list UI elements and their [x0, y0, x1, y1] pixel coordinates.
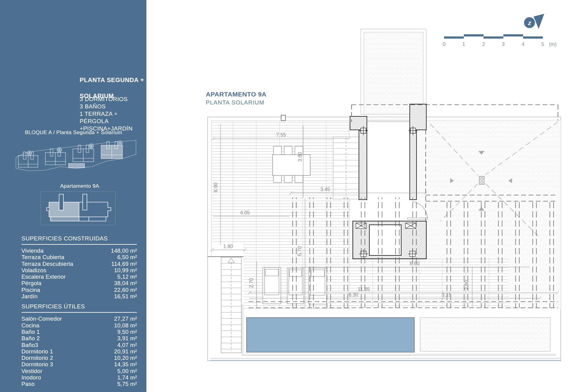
row-value: 38,04 m²: [114, 280, 137, 286]
row-value: 114,69 m²: [111, 261, 137, 267]
dim-1185: 11.85: [358, 286, 370, 292]
row-label: Vivienda: [21, 247, 43, 254]
sidebar: PLANTA SEGUNDA + SOLARIUM 3 DORMITORIOS …: [0, 0, 146, 392]
surfaces-useful-title: SUPERFICIES ÚTILES: [21, 303, 137, 313]
scale-unit: (m): [549, 41, 557, 47]
table-row: Pérgola38,04 m²: [21, 280, 137, 286]
apartment-keyplan: [40, 190, 116, 227]
row-value: 148,00 m²: [111, 247, 137, 254]
swimming-pool: [247, 318, 414, 352]
table-row: Vivienda148,00 m²: [21, 247, 137, 254]
scale-label-1: 1: [462, 41, 465, 47]
row-label: Paso: [21, 381, 35, 387]
roof-drain: [479, 176, 484, 184]
row-value: 10,20 m²: [114, 355, 137, 361]
dim-630: 6.30: [349, 292, 358, 297]
row-label: Dormitorio 1: [21, 348, 53, 355]
building-letter-c: C: [58, 148, 61, 151]
row-value: 16,51 m²: [114, 293, 137, 300]
north-compass-icon: z: [524, 14, 544, 29]
plan-title: APARTAMENTO 9A: [206, 91, 266, 98]
row-label: Jardín: [21, 293, 38, 300]
row-value: 27,27 m²: [114, 315, 137, 322]
upper-stair-flight: [333, 137, 359, 199]
scale-label-0: 0: [443, 41, 445, 47]
heading-line1: PLANTA SEGUNDA +: [80, 77, 144, 83]
surface-tables: SUPERFICIES CONSTRUIDAS Vivienda148,00 m…: [21, 235, 137, 387]
row-value: 9,50 m²: [117, 329, 137, 335]
program-list: 3 DORMITORIOS 3 BAÑOS 1 TERRAZA + PÉRGOL…: [80, 96, 146, 132]
row-label: Dormitorio 3: [21, 361, 53, 368]
north-icon-letter: z: [528, 19, 531, 26]
row-label: Terraza Descubierta: [21, 261, 73, 267]
table-row: Jardín16,51 m²: [21, 293, 137, 300]
row-label: Escalera Exterior: [21, 273, 66, 280]
building-c: [45, 149, 66, 165]
scale-bar: 0 1 2 3 4 5 (m): [443, 34, 556, 47]
row-value: 1,74 m²: [117, 374, 137, 381]
row-label: Piscina: [21, 287, 40, 293]
building-letter-b: B: [90, 145, 92, 148]
row-value: 22,60 m²: [114, 287, 137, 293]
page: 7.55 3.80 6.90 3.45 4.05 1.80 5.70 2.70 …: [0, 0, 588, 392]
dim-405: 4.05: [240, 210, 250, 215]
table-row: Dormitorio 120,91 m²: [21, 348, 137, 355]
dim-180: 1.80: [223, 243, 233, 249]
row-label: Baño3: [21, 342, 38, 348]
program-item: 3 DORMITORIOS: [80, 96, 146, 103]
dim-660: 6.60: [410, 261, 420, 266]
table-row: Escalera Exterior5,12 m²: [21, 273, 137, 280]
plan-subtitle: PLANTA SOLARIUM: [206, 99, 264, 106]
dim-570: 5.70: [297, 246, 302, 256]
row-value: 10,99 m²: [114, 267, 137, 273]
site-keyplan: D C B A: [15, 138, 137, 178]
row-value: 5,12 m²: [117, 273, 137, 280]
table-row: Vestidor5,00 m²: [21, 368, 137, 374]
row-label: Voladizos: [21, 267, 46, 273]
dim-260: 2.60: [464, 280, 469, 290]
apartment-label: Apartamento 9A: [34, 183, 126, 189]
row-label: Dormitorio 2: [21, 355, 53, 361]
table-row: Dormitorio 314,35 m²: [21, 361, 137, 368]
row-label: Pérgola: [21, 280, 41, 286]
building-letter-d: D: [28, 152, 31, 155]
site-pool-mark: [69, 164, 85, 168]
row-value: 5,00 m²: [117, 368, 137, 374]
program-item: 1 TERRAZA + PÉRGOLA: [80, 110, 146, 125]
table-row: Baño34,07 m²: [21, 342, 137, 348]
scale-label-5: 5: [541, 41, 544, 47]
row-label: Terraza Cubierta: [21, 254, 64, 260]
program-item: 3 BAÑOS: [80, 103, 146, 110]
top-stipple-box: [361, 29, 426, 114]
garden-bed: [420, 318, 550, 351]
table-row: Salón-Comedor27,27 m²: [21, 315, 137, 322]
dim-380: 3.80: [297, 152, 303, 162]
dim-315: 3.15: [442, 292, 451, 297]
row-label: Inodoro: [21, 374, 41, 381]
row-value: 3,91 m²: [117, 335, 137, 341]
table-row: Baño 23,91 m²: [21, 335, 137, 341]
table-row: Terraza Descubierta114,69 m²: [21, 261, 137, 267]
row-value: 14,35 m²: [114, 361, 137, 368]
row-label: Baño 1: [21, 329, 40, 335]
table-row: Inodoro1,74 m²: [21, 374, 137, 381]
dim-690: 6.90: [213, 183, 218, 192]
scale-label-4: 4: [522, 41, 524, 47]
table-row: Voladizos10,99 m²: [21, 267, 137, 273]
row-value: 5,75 m²: [117, 381, 137, 387]
scale-label-3: 3: [502, 41, 504, 47]
row-label: Baño 2: [21, 335, 40, 341]
row-label: Salón-Comedor: [21, 315, 62, 322]
row-value: 4,07 m²: [117, 342, 137, 348]
boundary-column: [281, 115, 285, 121]
building-letter-a: A: [119, 141, 121, 145]
dim-345: 3.45: [320, 187, 330, 192]
table-row: Paso5,75 m²: [21, 381, 137, 387]
table-row: Piscina22,60 m²: [21, 287, 137, 293]
row-value: 6,50 m²: [117, 254, 137, 260]
exterior-stairs: [221, 257, 241, 353]
dim-270: 2.70: [248, 278, 254, 288]
table-row: Baño 19,50 m²: [21, 329, 137, 335]
surfaces-built-title: SUPERFICIES CONSTRUIDAS: [21, 235, 137, 245]
scale-label-2: 2: [482, 41, 485, 47]
